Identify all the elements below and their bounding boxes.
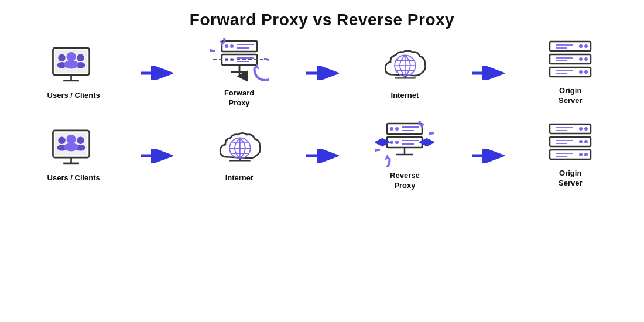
origin-server-bottom-node: OriginServer xyxy=(535,123,605,189)
reverse-proxy-label: ReverseProxy xyxy=(390,171,420,191)
svg-point-56 xyxy=(58,137,65,144)
arrow-2-top xyxy=(304,66,340,80)
arrow-1-bottom xyxy=(139,149,174,163)
svg-point-103 xyxy=(584,153,588,156)
internet-bottom-node: Internet xyxy=(204,128,275,183)
svg-point-41 xyxy=(579,44,583,48)
internet-top-label: Internet xyxy=(391,91,419,101)
svg-point-97 xyxy=(579,140,583,143)
origin-server-bottom-label: OriginServer xyxy=(559,169,582,189)
origin-server-top-icon xyxy=(541,40,600,83)
svg-point-102 xyxy=(579,153,583,156)
arrow-3-top xyxy=(470,66,505,80)
svg-point-8 xyxy=(66,52,76,61)
internet-bottom-icon xyxy=(216,128,263,170)
svg-point-40 xyxy=(584,44,588,48)
reverse-proxy-node: ReverseProxy xyxy=(369,121,440,191)
monitor-users-bottom-icon xyxy=(50,128,97,170)
row-divider xyxy=(78,112,566,112)
svg-point-78 xyxy=(395,141,399,144)
origin-server-top-label: OriginServer xyxy=(559,86,582,106)
users-clients-top-node: Users / Clients xyxy=(39,45,109,101)
svg-point-60 xyxy=(66,135,76,144)
page-title: Forward Proxy vs Reverse Proxy xyxy=(0,0,644,35)
reverse-proxy-icon xyxy=(375,121,434,167)
users-clients-top-label: Users / Clients xyxy=(47,91,100,101)
forward-proxy-node: ForwardProxy xyxy=(204,38,275,108)
users-clients-bottom-node: Users / Clients xyxy=(39,128,109,183)
forward-proxy-icon xyxy=(210,38,269,85)
svg-point-72 xyxy=(390,127,393,131)
svg-point-92 xyxy=(579,127,583,131)
svg-point-45 xyxy=(579,57,583,61)
svg-point-13 xyxy=(230,44,234,48)
svg-point-58 xyxy=(77,137,84,144)
svg-point-12 xyxy=(225,44,228,48)
origin-server-top-node: OriginServer xyxy=(535,40,605,106)
arrow-3-bottom xyxy=(470,149,505,163)
origin-server-bottom-icon xyxy=(541,123,600,165)
arrow-2-bottom xyxy=(304,149,340,163)
internet-bottom-label: Internet xyxy=(225,173,254,183)
svg-point-50 xyxy=(579,70,583,74)
svg-point-98 xyxy=(584,140,588,143)
forward-proxy-label: ForwardProxy xyxy=(224,88,254,108)
svg-point-46 xyxy=(584,57,588,61)
monitor-users-top-icon xyxy=(50,45,97,87)
internet-top-node: Internet xyxy=(369,45,440,101)
svg-point-51 xyxy=(584,70,588,74)
users-clients-bottom-label: Users / Clients xyxy=(47,173,100,183)
svg-point-6 xyxy=(77,54,84,61)
svg-point-77 xyxy=(390,141,393,144)
svg-point-61 xyxy=(64,143,78,151)
internet-top-icon xyxy=(381,45,428,87)
svg-point-4 xyxy=(58,54,65,61)
arrow-1-top xyxy=(139,66,174,80)
svg-point-73 xyxy=(395,127,399,131)
svg-point-9 xyxy=(64,61,78,69)
svg-point-93 xyxy=(584,127,588,131)
